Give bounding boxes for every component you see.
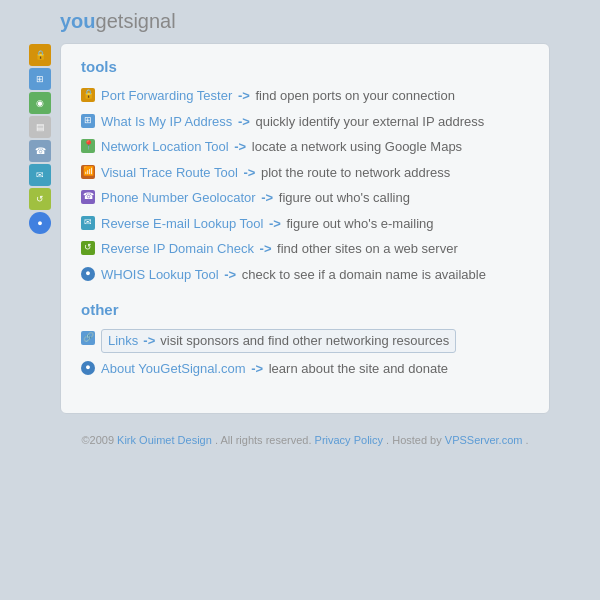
- other-item-links: 🔗Links -> visit sponsors and find other …: [81, 326, 529, 356]
- visual-trace-text: Visual Trace Route Tool -> plot the rout…: [101, 163, 450, 183]
- links-arrow: ->: [143, 331, 155, 351]
- network-location-description: locate a network using Google Maps: [252, 139, 462, 154]
- network-location-icon: 📍: [81, 139, 95, 153]
- footer-hosted: . Hosted by: [386, 434, 442, 446]
- reverse-ip-description: find other sites on a web server: [277, 241, 458, 256]
- port-forwarding-description: find open ports on your connection: [255, 88, 454, 103]
- reverse-ip-arrow: ->: [256, 241, 275, 256]
- links-box: Links -> visit sponsors and find other n…: [101, 329, 456, 353]
- reverse-email-description: figure out who's e-mailing: [287, 216, 434, 231]
- phone-geo-arrow: ->: [258, 190, 277, 205]
- tool-item-phone-geo: ☎Phone Number Geolocator -> figure out w…: [81, 185, 529, 211]
- footer-privacy-link[interactable]: Privacy Policy: [315, 434, 383, 446]
- reverse-email-link[interactable]: Reverse E-mail Lookup Tool: [101, 216, 263, 231]
- links-link[interactable]: Links: [108, 331, 138, 351]
- what-is-my-ip-text: What Is My IP Address -> quickly identif…: [101, 112, 484, 132]
- reverse-ip-link[interactable]: Reverse IP Domain Check: [101, 241, 254, 256]
- side-icon-1[interactable]: ⊞: [29, 68, 51, 90]
- links-icon: 🔗: [81, 331, 95, 345]
- footer-copyright: ©2009: [81, 434, 114, 446]
- links-text: Links -> visit sponsors and find other n…: [101, 329, 456, 353]
- footer-designer-link[interactable]: Kirk Ouimet Design: [117, 434, 212, 446]
- side-icon-7[interactable]: ●: [29, 212, 51, 234]
- phone-geo-description: figure out who's calling: [279, 190, 410, 205]
- logo-get: get: [96, 10, 124, 32]
- footer-period: .: [526, 434, 529, 446]
- tool-item-reverse-ip: ↺Reverse IP Domain Check -> find other s…: [81, 236, 529, 262]
- about-arrow: ->: [248, 361, 267, 376]
- reverse-email-text: Reverse E-mail Lookup Tool -> figure out…: [101, 214, 434, 234]
- side-icon-5[interactable]: ✉: [29, 164, 51, 186]
- tools-section-title: tools: [81, 58, 529, 75]
- network-location-link[interactable]: Network Location Tool: [101, 139, 229, 154]
- whois-description: check to see if a domain name is availab…: [242, 267, 486, 282]
- logo-signal: signal: [123, 10, 175, 32]
- port-forwarding-link[interactable]: Port Forwarding Tester: [101, 88, 232, 103]
- about-description: learn about the site and donate: [269, 361, 448, 376]
- other-list: 🔗Links -> visit sponsors and find other …: [81, 326, 529, 381]
- whois-arrow: ->: [221, 267, 240, 282]
- visual-trace-icon: 📶: [81, 165, 95, 179]
- tool-item-port-forwarding: 🔒Port Forwarding Tester -> find open por…: [81, 83, 529, 109]
- logo-you: you: [60, 10, 96, 32]
- tool-item-what-is-my-ip: ⊞What Is My IP Address -> quickly identi…: [81, 109, 529, 135]
- tool-item-reverse-email: ✉Reverse E-mail Lookup Tool -> figure ou…: [81, 211, 529, 237]
- footer-rights: . All rights reserved.: [215, 434, 312, 446]
- port-forwarding-text: Port Forwarding Tester -> find open port…: [101, 86, 455, 106]
- port-forwarding-icon: 🔒: [81, 88, 95, 102]
- about-text: About YouGetSignal.com -> learn about th…: [101, 359, 448, 379]
- other-item-about: ●About YouGetSignal.com -> learn about t…: [81, 356, 529, 382]
- what-is-my-ip-arrow: ->: [234, 114, 253, 129]
- site-logo: yougetsignal: [60, 10, 176, 33]
- tools-list: 🔒Port Forwarding Tester -> find open por…: [81, 83, 529, 287]
- reverse-email-icon: ✉: [81, 216, 95, 230]
- tool-item-visual-trace: 📶Visual Trace Route Tool -> plot the rou…: [81, 160, 529, 186]
- visual-trace-description: plot the route to network address: [261, 165, 450, 180]
- whois-link[interactable]: WHOIS Lookup Tool: [101, 267, 219, 282]
- network-location-arrow: ->: [231, 139, 250, 154]
- about-icon: ●: [81, 361, 95, 375]
- network-location-text: Network Location Tool -> locate a networ…: [101, 137, 462, 157]
- footer-host-link[interactable]: VPSServer.com: [445, 434, 523, 446]
- reverse-ip-text: Reverse IP Domain Check -> find other si…: [101, 239, 458, 259]
- side-icon-6[interactable]: ↺: [29, 188, 51, 210]
- what-is-my-ip-icon: ⊞: [81, 114, 95, 128]
- side-icon-0[interactable]: 🔒: [29, 44, 51, 66]
- side-icon-2[interactable]: ◉: [29, 92, 51, 114]
- tool-item-network-location: 📍Network Location Tool -> locate a netwo…: [81, 134, 529, 160]
- reverse-email-arrow: ->: [265, 216, 284, 231]
- reverse-ip-icon: ↺: [81, 241, 95, 255]
- side-icon-3[interactable]: ▤: [29, 116, 51, 138]
- whois-text: WHOIS Lookup Tool -> check to see if a d…: [101, 265, 486, 285]
- phone-geo-text: Phone Number Geolocator -> figure out wh…: [101, 188, 410, 208]
- whois-icon: ●: [81, 267, 95, 281]
- port-forwarding-arrow: ->: [234, 88, 253, 103]
- links-description: visit sponsors and find other networking…: [160, 331, 449, 351]
- phone-geo-link[interactable]: Phone Number Geolocator: [101, 190, 256, 205]
- tool-item-whois: ●WHOIS Lookup Tool -> check to see if a …: [81, 262, 529, 288]
- what-is-my-ip-description: quickly identify your external IP addres…: [255, 114, 484, 129]
- visual-trace-link[interactable]: Visual Trace Route Tool: [101, 165, 238, 180]
- about-link[interactable]: About YouGetSignal.com: [101, 361, 246, 376]
- phone-geo-icon: ☎: [81, 190, 95, 204]
- what-is-my-ip-link[interactable]: What Is My IP Address: [101, 114, 232, 129]
- footer: ©2009 Kirk Ouimet Design . All rights re…: [60, 434, 550, 446]
- visual-trace-arrow: ->: [240, 165, 259, 180]
- side-icon-4[interactable]: ☎: [29, 140, 51, 162]
- other-section-title: other: [81, 301, 529, 318]
- main-panel: 🔒⊞◉▤☎✉↺● tools 🔒Port Forwarding Tester -…: [60, 43, 550, 414]
- side-icons-strip: 🔒⊞◉▤☎✉↺●: [29, 44, 51, 234]
